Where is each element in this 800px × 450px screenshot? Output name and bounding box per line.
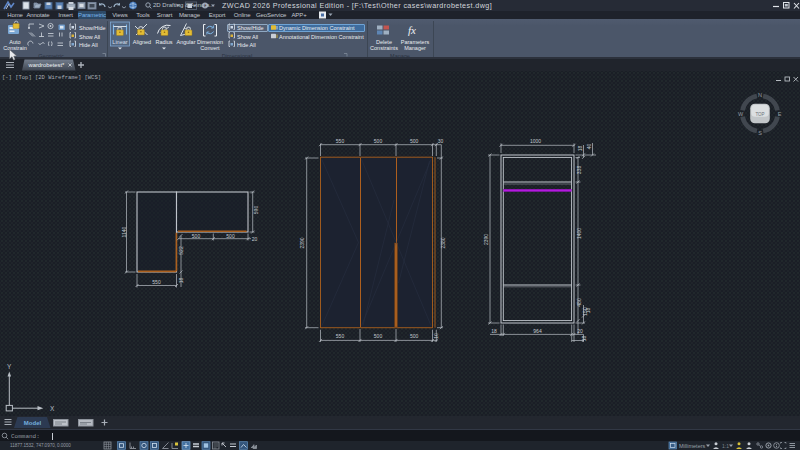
svg-text:18: 18 bbox=[178, 278, 184, 284]
svg-text:550: 550 bbox=[152, 279, 161, 285]
svg-text:2390: 2390 bbox=[299, 237, 305, 248]
svg-text:480: 480 bbox=[576, 298, 582, 307]
svg-text:18: 18 bbox=[577, 146, 583, 152]
svg-text:X: X bbox=[50, 405, 55, 412]
svg-text:30: 30 bbox=[438, 138, 444, 144]
svg-text:10: 10 bbox=[433, 333, 439, 339]
svg-text:500: 500 bbox=[410, 138, 419, 144]
svg-text:500: 500 bbox=[192, 233, 201, 239]
svg-text:338: 338 bbox=[576, 166, 582, 175]
svg-text:500: 500 bbox=[410, 333, 419, 339]
svg-text:20: 20 bbox=[577, 328, 583, 334]
svg-text:18: 18 bbox=[585, 308, 591, 314]
svg-text:522: 522 bbox=[178, 246, 184, 255]
svg-text:18: 18 bbox=[581, 336, 587, 342]
svg-text:N: N bbox=[758, 92, 762, 98]
svg-text:Y: Y bbox=[7, 363, 12, 370]
svg-text:20: 20 bbox=[252, 236, 258, 242]
svg-text:1000: 1000 bbox=[530, 138, 541, 144]
svg-text:590: 590 bbox=[253, 206, 259, 215]
svg-text:2390: 2390 bbox=[483, 234, 489, 245]
svg-text:500: 500 bbox=[226, 233, 235, 239]
svg-text:S: S bbox=[758, 130, 762, 136]
svg-text:E: E bbox=[778, 111, 782, 117]
svg-text:2380: 2380 bbox=[440, 237, 446, 248]
svg-text:fx: fx bbox=[408, 24, 416, 36]
svg-text:1400: 1400 bbox=[576, 228, 582, 239]
svg-text:Model: Model bbox=[24, 420, 42, 426]
svg-text:500: 500 bbox=[374, 138, 383, 144]
svg-text:TOP: TOP bbox=[755, 112, 764, 117]
svg-text:wardrobetest*: wardrobetest* bbox=[28, 62, 66, 68]
svg-text:550: 550 bbox=[336, 333, 345, 339]
svg-text:W: W bbox=[738, 111, 744, 117]
svg-text:[-] [Top] [2D Wireframe] [WCS]: [-] [Top] [2D Wireframe] [WCS] bbox=[2, 74, 101, 81]
svg-text:1140: 1140 bbox=[121, 226, 127, 237]
svg-text:550: 550 bbox=[336, 138, 345, 144]
svg-text:964: 964 bbox=[533, 328, 542, 334]
svg-text:500: 500 bbox=[374, 333, 383, 339]
svg-text:18: 18 bbox=[491, 328, 497, 334]
svg-text:40: 40 bbox=[586, 144, 592, 150]
